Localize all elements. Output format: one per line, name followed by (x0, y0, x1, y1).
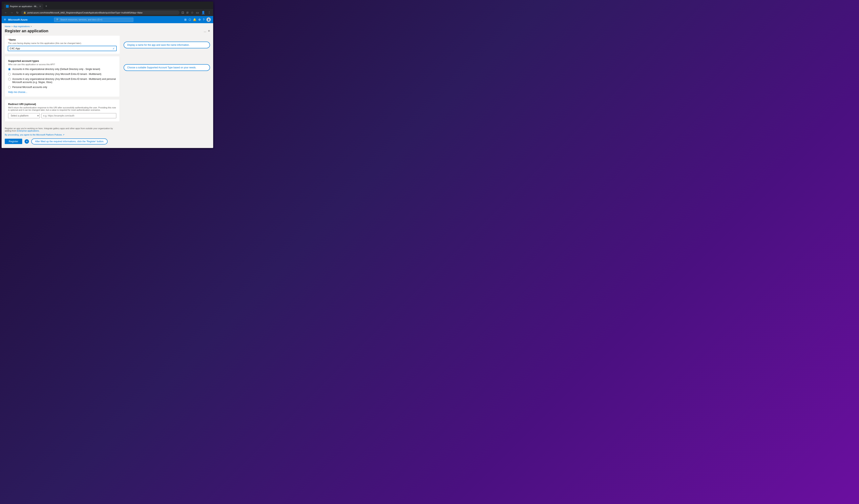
search-icon: 🔍 (56, 18, 59, 21)
radio-option-4: Personal Microsoft accounts only (8, 86, 116, 89)
notifications-icon[interactable]: 🔔 (193, 18, 196, 21)
forward-btn[interactable]: → (10, 11, 14, 15)
azure-nav: ≡ Microsoft Azure 🔍 Search resources, se… (2, 16, 213, 23)
required-star: * (8, 39, 9, 41)
refresh-btn[interactable]: ↻ (15, 11, 19, 15)
feedback-icon[interactable]: ⬡ (189, 18, 191, 21)
annotation-tooltip-2: Choose a suitable Supported Account Type… (124, 64, 210, 71)
extension-icon[interactable]: ⧄ (186, 10, 189, 15)
tab-favicon (6, 5, 9, 8)
annotation-column: Display a name for the app and save the … (124, 36, 210, 71)
profile-avatar[interactable]: 👤 (207, 17, 211, 22)
enterprise-apps-link[interactable]: Enterprise applications. (17, 129, 40, 132)
policy-text: By proceeding, you agree to the Microsof… (5, 134, 62, 136)
page-menu-btn[interactable]: ... (204, 29, 206, 33)
page-title: Register an application (5, 29, 48, 33)
account-types-question: Who can use this application or access t… (8, 63, 116, 65)
footer-text: Register an app you're working on here. … (5, 127, 120, 132)
back-btn[interactable]: ← (3, 11, 8, 15)
name-label: *Name (8, 39, 117, 41)
redirect-uri-description: We'll return the authentication response… (8, 106, 116, 111)
active-tab[interactable]: Register an application - Mi... × (3, 3, 43, 9)
azure-logo: Microsoft Azure (8, 18, 28, 21)
new-tab-btn[interactable]: + (44, 3, 49, 9)
annotation-tooltip-1: Display a name for the app and save the … (124, 42, 210, 48)
register-bar: Register 4 After filled up the required … (5, 138, 120, 144)
radio-label-multitenant: Accounts in any organizational directory… (12, 73, 102, 76)
footer-section: Register an app you're working on here. … (5, 124, 120, 146)
register-button[interactable]: Register (5, 139, 22, 144)
close-page-btn[interactable]: × (208, 29, 210, 33)
screenshot-icon[interactable]: ⊡ (181, 10, 184, 15)
azure-search-bar[interactable]: 🔍 Search resources, services, and docs (… (54, 18, 133, 22)
bookmark-icon[interactable]: ☆ (191, 10, 194, 15)
radio-multitenant[interactable] (8, 73, 11, 76)
browser-chrome: Register an application - Mi... × + (2, 2, 213, 9)
profile-icon[interactable]: 👤 (201, 10, 206, 15)
breadcrumb-sep1: > (11, 25, 13, 28)
page-header: Register an application ... × (5, 29, 210, 33)
hamburger-menu[interactable]: ≡ (4, 18, 6, 21)
radio-single-tenant[interactable] (8, 68, 11, 71)
radio-option-1: Accounts in this organizational director… (8, 67, 116, 71)
cloud-shell-icon[interactable]: ⊞ (184, 18, 186, 21)
page-header-actions: ... × (204, 29, 210, 33)
radio-option-3: Accounts in any organizational directory… (8, 77, 116, 84)
tab-title: Register an application - Mi... (10, 5, 38, 7)
main-layout: *Name The user-facing display name for t… (5, 36, 210, 146)
radio-option-2: Accounts in any organizational directory… (8, 73, 116, 76)
name-section: *Name The user-facing display name for t… (5, 36, 120, 54)
radio-label-single-tenant: Accounts in this organizational director… (12, 67, 100, 71)
account-types-title: Supported account types (8, 59, 116, 62)
form-column: *Name The user-facing display name for t… (5, 36, 120, 146)
nav-right-icons: ⊞ ⬡ 🔔 ⚙ ? 👤 (184, 17, 211, 22)
account-types-section: Supported account types Who can use this… (5, 56, 120, 97)
input-check-icon: ✓ (112, 47, 115, 50)
browser-toolbar: ← → ↻ 🔒 portal.azure.com/#view/Microsoft… (2, 9, 213, 16)
redirect-uri-section: Redirect URI (optional) We'll return the… (5, 99, 120, 122)
breadcrumb-sep2: > (31, 25, 32, 28)
lock-icon: 🔒 (24, 11, 26, 14)
home-breadcrumb[interactable]: Home (5, 25, 11, 28)
search-placeholder: Search resources, services, and docs (G+… (60, 18, 102, 21)
content-area: Home > App registrations > Register an a… (2, 23, 213, 148)
more-icon[interactable]: ⋮ (207, 10, 211, 15)
redirect-uri-inputs: Select a platform Web Single-page applic… (8, 113, 116, 118)
toolbar-icons: ⊡ ⧄ ☆ ▭ 👤 ⋮ (181, 10, 211, 15)
settings-icon[interactable]: ⚙ (198, 18, 201, 21)
tab-close-btn[interactable]: × (39, 5, 41, 8)
redirect-uri-input[interactable] (41, 113, 116, 118)
redirect-uri-title: Redirect URI (optional) (8, 103, 116, 106)
help-me-choose-link[interactable]: Help me choose... (8, 91, 27, 93)
radio-label-personal-only: Personal Microsoft accounts only (12, 86, 47, 89)
name-description: The user-facing display name for this ap… (8, 42, 117, 44)
radio-label-multitenant-personal: Accounts in any organizational directory… (12, 77, 116, 84)
platform-select[interactable]: Select a platform Web Single-page applic… (8, 113, 40, 118)
app-registrations-breadcrumb[interactable]: App registrations (14, 25, 30, 28)
app-name-input[interactable] (8, 46, 117, 51)
footer-policy[interactable]: By proceeding, you agree to the Microsof… (5, 134, 120, 136)
help-icon[interactable]: ? (203, 18, 205, 21)
name-input-wrapper: ✓ (8, 46, 117, 51)
azure-portal: ≡ Microsoft Azure 🔍 Search resources, se… (2, 16, 213, 148)
address-bar[interactable]: 🔒 portal.azure.com/#view/Microsoft_AAD_R… (21, 11, 180, 15)
breadcrumb: Home > App registrations > (5, 25, 210, 28)
step4-annotation: After filled up the required information… (31, 138, 108, 144)
step-badge: 4 (25, 139, 29, 143)
external-link-icon: ↗ (63, 134, 64, 136)
url-text: portal.azure.com/#view/Microsoft_AAD_Reg… (27, 12, 177, 14)
browser-tab-bar: Register an application - Mi... × + (3, 3, 211, 9)
radio-multitenant-personal[interactable] (8, 78, 11, 80)
radio-personal-only[interactable] (8, 86, 11, 89)
sidebar-icon[interactable]: ▭ (196, 10, 199, 15)
